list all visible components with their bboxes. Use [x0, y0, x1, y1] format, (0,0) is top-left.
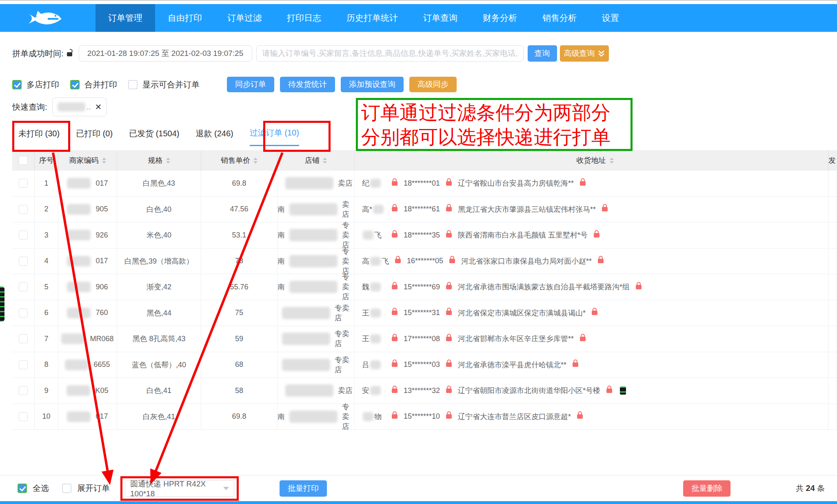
tab-3[interactable]: 退款 (246): [196, 121, 233, 146]
buyer-name: 王: [362, 334, 386, 344]
lock-icon[interactable]: [446, 311, 452, 315]
lock-icon[interactable]: [446, 414, 452, 419]
lock-icon[interactable]: [392, 414, 397, 419]
row-checkbox[interactable]: [19, 231, 28, 240]
lock-icon[interactable]: [392, 362, 397, 367]
unlock-icon[interactable]: [67, 52, 72, 56]
spec-value: 白色,40: [147, 204, 171, 214]
nav-item-8[interactable]: 设置: [589, 4, 632, 32]
order-search-input[interactable]: [256, 45, 524, 62]
lock-icon[interactable]: [580, 181, 586, 186]
merchant-code-cell: 017: [58, 404, 117, 430]
tab-2[interactable]: 已发货 (1504): [129, 121, 179, 146]
lock-icon[interactable]: [606, 389, 612, 393]
shipping-address: 黑龙江省大庆市肇源县三站镇宏伟村张马**: [458, 204, 596, 214]
sort-icon[interactable]: [610, 158, 614, 164]
row-checkbox[interactable]: [19, 360, 28, 369]
lock-icon[interactable]: [392, 337, 397, 341]
lock-icon[interactable]: [594, 233, 599, 238]
sort-icon[interactable]: [323, 158, 327, 164]
price-cell: 68: [201, 352, 278, 378]
docked-extension-widget[interactable]: [0, 286, 4, 322]
batch-delete-button[interactable]: 批量删除: [683, 480, 730, 497]
buyer-phone: 15*******69: [404, 283, 440, 291]
nav-item-2[interactable]: 订单过滤: [215, 4, 274, 32]
lock-icon[interactable]: [392, 285, 397, 289]
buyer-phone: 17*******08: [404, 335, 440, 343]
merchant-code-cell: 760: [58, 300, 117, 326]
lock-icon[interactable]: [446, 337, 452, 341]
option-button-3[interactable]: 高级同步: [409, 77, 457, 92]
spec-cell: 白黑色,39（增高款）: [117, 249, 201, 274]
lock-icon[interactable]: [577, 414, 583, 419]
redacted-name: [370, 386, 381, 395]
nav-item-5[interactable]: 订单查询: [411, 4, 470, 32]
courier-select[interactable]: 圆通快递 HPRT R42X 100*18: [125, 480, 234, 497]
lock-icon[interactable]: [446, 362, 452, 367]
redacted-shop: [289, 229, 337, 241]
batch-print-button[interactable]: 批量打印: [280, 480, 327, 497]
advanced-query-button[interactable]: 高级查询: [560, 45, 609, 62]
date-range-input[interactable]: [79, 45, 252, 62]
lock-icon[interactable]: [392, 311, 397, 315]
row-checkbox[interactable]: [19, 309, 28, 317]
sort-icon[interactable]: [166, 158, 170, 164]
query-button[interactable]: 查询: [528, 45, 557, 62]
option-button-0[interactable]: 同步订单: [227, 77, 274, 92]
spec-cell: 渐变,42: [117, 274, 201, 300]
lock-icon[interactable]: [395, 259, 401, 263]
lock-icon[interactable]: [573, 362, 578, 367]
lock-icon[interactable]: [392, 233, 397, 238]
row-checkbox[interactable]: [19, 282, 28, 291]
option-button-2[interactable]: 添加预设查询: [341, 77, 404, 92]
sort-icon[interactable]: [253, 158, 258, 164]
nav-item-0[interactable]: 订单管理: [95, 4, 155, 32]
row-checkbox[interactable]: [19, 179, 28, 188]
row-checkbox[interactable]: [19, 257, 28, 266]
tab-1[interactable]: 已打印 (0): [76, 121, 113, 146]
nav-item-1[interactable]: 自由打印: [155, 4, 215, 32]
option-checkbox-1[interactable]: [70, 80, 80, 89]
nav-item-7[interactable]: 销售分析: [530, 4, 589, 32]
merchant-code-cell: 017: [58, 171, 117, 196]
nav-item-6[interactable]: 财务分析: [470, 4, 530, 32]
lock-icon[interactable]: [446, 233, 452, 238]
lock-icon[interactable]: [602, 207, 608, 211]
option-button-1[interactable]: 待发货统计: [280, 77, 335, 92]
tab-filtered-highlight-box: [263, 121, 331, 152]
lock-icon[interactable]: [449, 259, 455, 263]
option-checkbox-2[interactable]: [128, 80, 138, 89]
lock-icon[interactable]: [446, 285, 452, 289]
row-checkbox[interactable]: [19, 412, 28, 421]
row-checkbox[interactable]: [19, 334, 28, 343]
expand-orders-checkbox[interactable]: [62, 484, 71, 493]
row-checkbox[interactable]: [19, 386, 28, 395]
lock-icon[interactable]: [636, 285, 642, 289]
redacted-code: [67, 385, 90, 396]
lock-icon[interactable]: [392, 389, 397, 393]
lock-icon[interactable]: [592, 311, 597, 315]
lock-icon[interactable]: [446, 207, 452, 211]
select-all-checkbox[interactable]: [18, 484, 27, 493]
nav-item-4[interactable]: 历史打单统计: [334, 4, 411, 32]
lock-icon[interactable]: [580, 337, 586, 341]
lock-icon[interactable]: [598, 259, 604, 263]
quick-query-tag[interactable]: .. ✕: [52, 98, 107, 116]
footer-bar: 全选 展开订单 圆通快递 HPRT R42X 100*18 批量打印 批量删除 …: [0, 475, 837, 501]
lock-icon[interactable]: [446, 389, 452, 393]
sort-icon[interactable]: [102, 158, 106, 164]
row-checkbox-cell: [12, 378, 35, 404]
nav-item-3[interactable]: 打印日志: [274, 4, 334, 32]
tag-close-icon[interactable]: ✕: [95, 102, 102, 112]
option-checkbox-0[interactable]: [12, 80, 22, 89]
buyer-name-prefix: 魏: [362, 282, 369, 292]
total-suffix: 条: [817, 484, 825, 493]
lock-icon[interactable]: [446, 181, 452, 186]
row-index: 8: [44, 360, 48, 369]
header-select-checkbox[interactable]: [19, 156, 28, 165]
row-checkbox[interactable]: [19, 205, 28, 214]
spec-cell: 白色,41: [117, 378, 201, 404]
extension-stats-icon[interactable]: [620, 386, 626, 395]
lock-icon[interactable]: [392, 207, 397, 211]
lock-icon[interactable]: [392, 181, 397, 186]
